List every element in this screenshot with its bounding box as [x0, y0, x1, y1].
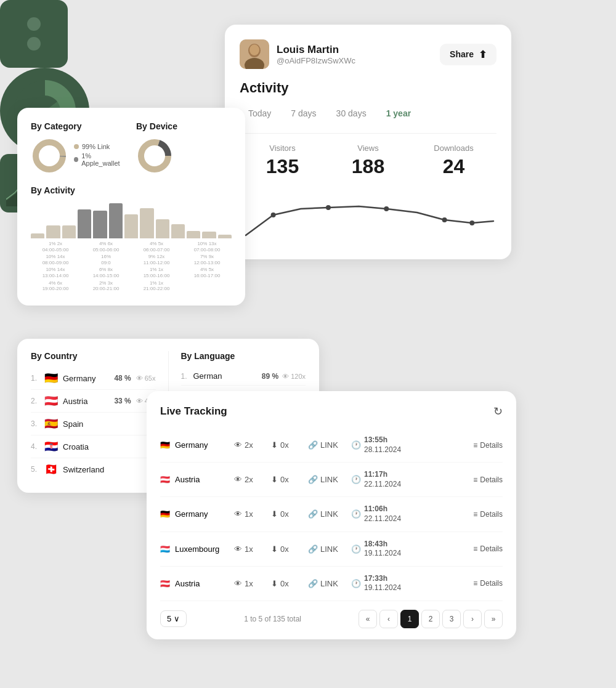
flag-switzerland: 🇨🇭: [44, 463, 58, 476]
list-icon-t1: ≡: [473, 441, 477, 450]
eye-icon: 👁: [136, 374, 143, 382]
clock-icon-t3: 🕐: [351, 509, 361, 519]
clock-icon-t2: 🕐: [351, 475, 361, 484]
category-donut: 99% Link 1% Apple_wallet: [31, 137, 126, 174]
track-country-5: 🇦🇹 Austria: [160, 579, 228, 588]
tabs-row: Today 7 days 30 days 1 year: [240, 105, 496, 122]
tab-7days[interactable]: 7 days: [282, 105, 325, 122]
by-country-col: By Country 1. 🇩🇪 Germany 48 % 👁 65x 2. 🇦…: [31, 351, 156, 480]
legend-apple-wallet: 1% Apple_wallet: [74, 152, 126, 167]
first-page-button[interactable]: «: [359, 610, 377, 628]
next-page-button[interactable]: ›: [463, 610, 482, 628]
track-views-5: 👁 1x: [234, 579, 265, 588]
tab-1year[interactable]: 1 year: [378, 105, 419, 122]
legend-link: 99% Link: [74, 143, 126, 150]
flag-germany: 🇩🇪: [44, 371, 58, 385]
list-icon-t5: ≡: [473, 579, 477, 588]
live-title: Live Tracking: [160, 405, 227, 418]
activity-card: Louis Martin @oAidFP8IzwSwXWc Share ⬆ Ac…: [225, 25, 511, 259]
country-row-croatia: 4. 🇭🇷 Croatia: [31, 435, 156, 458]
views-value: 188: [325, 155, 411, 178]
share-icon: ⬆: [479, 49, 487, 60]
activity-bars: [31, 201, 232, 238]
flag-de-2: 🇩🇪: [160, 509, 170, 519]
visitors-value: 135: [240, 155, 325, 178]
bar-label-6: 16%09:0: [81, 254, 131, 265]
by-device-section: By Device: [136, 121, 232, 174]
track-downloads-3: ⬇ 0x: [271, 509, 302, 519]
by-category-section: By Category 99% Link 1% Apple_wallet: [31, 121, 126, 174]
link-icon-t3: 🔗: [308, 509, 318, 519]
track-details-2[interactable]: ≡ Details: [473, 476, 503, 484]
page-2-button[interactable]: 2: [421, 610, 440, 628]
flag-at-1: 🇦🇹: [160, 475, 170, 484]
chevron-down-icon: ∨: [174, 614, 180, 623]
country-row-austria: 2. 🇦🇹 Austria 33 % 👁 45x: [31, 390, 156, 413]
bar-8: [140, 208, 153, 238]
track-details-1[interactable]: ≡ Details: [473, 441, 503, 450]
dl-icon-t5: ⬇: [271, 579, 278, 588]
decorative-card-1: [0, 0, 68, 68]
track-time-3: 🕐 11:06h22.11.2024: [351, 504, 467, 524]
profile-name: Louis Martin: [277, 44, 355, 56]
track-country-3: 🇩🇪 Germany: [160, 509, 228, 519]
prev-page-button[interactable]: ‹: [379, 610, 398, 628]
track-country-1: 🇩🇪 Germany: [160, 440, 228, 450]
page-3-button[interactable]: 3: [442, 610, 461, 628]
tracking-row-5: 🇦🇹 Austria 👁 1x ⬇ 0x 🔗 LINK 🕐 17:33h19.1…: [160, 567, 503, 601]
per-page-select[interactable]: 5 ∨: [160, 610, 187, 627]
pagination-row: 5 ∨ 1 to 5 of 135 total « ‹ 1 2 3 › »: [160, 601, 503, 628]
track-details-5[interactable]: ≡ Details: [473, 579, 503, 588]
refresh-icon[interactable]: ↻: [493, 405, 503, 418]
share-button[interactable]: Share ⬆: [440, 44, 496, 65]
track-downloads-2: ⬇ 0x: [271, 475, 302, 484]
bar-7: [124, 214, 138, 238]
svg-point-4: [271, 212, 276, 217]
track-downloads-4: ⬇ 0x: [271, 544, 302, 554]
eye-icon-t5: 👁: [234, 579, 242, 588]
bar-label-9: 10% 14x13:00-14:00: [31, 267, 80, 278]
link-icon-t4: 🔗: [308, 544, 318, 554]
track-details-3[interactable]: ≡ Details: [473, 510, 503, 519]
list-icon-t3: ≡: [473, 510, 477, 519]
visitors-label: Visitors: [240, 144, 325, 153]
live-tracking-card: Live Tracking ↻ 🇩🇪 Germany 👁 2x ⬇ 0x 🔗 L…: [147, 391, 516, 639]
bar-label-3: 4% 5x06:00-07:00: [132, 241, 181, 253]
dl-icon-t2: ⬇: [271, 475, 278, 484]
bar-3: [62, 225, 76, 238]
tab-30days[interactable]: 30 days: [328, 105, 375, 122]
tracking-row-1: 🇩🇪 Germany 👁 2x ⬇ 0x 🔗 LINK 🕐 13:55h28.1…: [160, 428, 503, 463]
by-language-title: By Language: [181, 351, 306, 361]
link-icon-t5: 🔗: [308, 579, 318, 588]
bar-label-row: 1% 2x04:00-05:00 4% 6x05:00-06:00 4% 5x0…: [31, 241, 232, 292]
track-details-4[interactable]: ≡ Details: [473, 544, 503, 553]
list-icon-t4: ≡: [473, 544, 477, 553]
by-country-title: By Country: [31, 351, 156, 361]
clock-icon-t5: 🕐: [351, 579, 361, 588]
bar-label-15: 1% 1x21:00-22:00: [132, 280, 181, 292]
top-charts-row: By Category 99% Link 1% Apple_wallet: [31, 121, 232, 174]
language-row-german: 1. German 89 % 👁 120x: [181, 367, 306, 386]
dot-circle-1: [27, 17, 41, 31]
bar-13: [218, 235, 232, 238]
bar-label-2: 4% 6x05:00-06:00: [81, 241, 131, 253]
svg-point-14: [145, 146, 164, 166]
tracking-row-3: 🇩🇪 Germany 👁 1x ⬇ 0x 🔗 LINK 🕐 11:06h22.1…: [160, 497, 503, 532]
bar-label-4: 10% 13x07:00-08:00: [182, 241, 232, 253]
track-link-3: 🔗 LINK: [308, 509, 345, 519]
country-row-germany: 1. 🇩🇪 Germany 48 % 👁 65x: [31, 367, 156, 390]
stat-visitors: Visitors 135: [240, 144, 325, 178]
bar-label-8: 7% 9x12:00-13:00: [182, 254, 232, 265]
eye-icon-t1: 👁: [234, 440, 242, 450]
bar-12: [202, 232, 216, 238]
page-1-button[interactable]: 1: [400, 610, 419, 628]
tab-today[interactable]: Today: [240, 105, 280, 122]
profile-handle: @oAidFP8IzwSwXWc: [277, 56, 355, 65]
last-page-button[interactable]: »: [484, 610, 503, 628]
track-country-4: 🇱🇺 Luxembourg: [160, 544, 228, 554]
track-views-2: 👁 2x: [234, 475, 265, 484]
activity-line-chart: [240, 189, 496, 245]
eye-icon-2: 👁: [136, 397, 143, 405]
flag-lu-1: 🇱🇺: [160, 544, 170, 554]
by-category-title: By Category: [31, 121, 126, 131]
